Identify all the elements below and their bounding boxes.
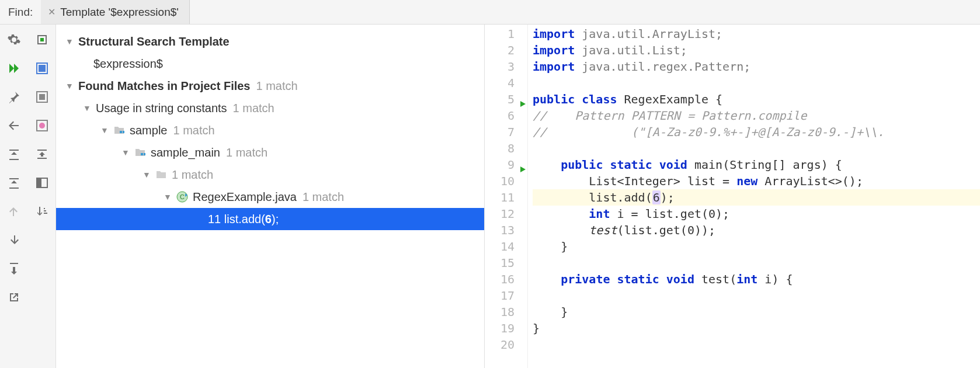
- line-number: 3: [485, 58, 527, 75]
- code-line[interactable]: [533, 75, 980, 91]
- line-number: 18: [485, 304, 527, 320]
- find-bar: Find: ✕ Template '$expression$': [0, 0, 980, 25]
- line-number: 13: [485, 222, 527, 238]
- code-line[interactable]: import java.util.ArrayList;: [533, 26, 980, 42]
- method-filter-icon[interactable]: [35, 119, 49, 134]
- code-line[interactable]: // ("[A-Za-z0-9.%+-]+@[A-Za-z0-9.-]+\\.: [533, 124, 980, 140]
- line-number: 16: [485, 271, 527, 287]
- gear-icon[interactable]: [7, 33, 21, 48]
- svg-rect-9: [37, 178, 41, 188]
- folder-icon: [155, 169, 167, 180]
- line-number: 4: [485, 75, 527, 91]
- code-line[interactable]: public class RegexExample {: [533, 91, 980, 107]
- class-file-icon: C: [176, 191, 188, 203]
- code-line[interactable]: }: [533, 320, 980, 336]
- code-line[interactable]: import java.util.regex.Pattern;: [533, 58, 980, 75]
- svg-point-7: [39, 123, 45, 129]
- find-tab[interactable]: ✕ Template '$expression$': [41, 0, 190, 24]
- tree-anon-folder[interactable]: ▼ 1 match: [56, 164, 484, 186]
- tree-package-sample[interactable]: ▼ sample 1 match: [56, 119, 484, 141]
- line-number: 6: [485, 107, 527, 124]
- editor-gutter: 1234567891011121314151617181920: [485, 25, 528, 368]
- open-new-icon[interactable]: [7, 290, 21, 306]
- code-line[interactable]: [533, 336, 980, 353]
- pkg-count: 1 match: [173, 124, 214, 137]
- pin-icon[interactable]: [7, 90, 21, 106]
- anon-count: 1 match: [172, 168, 213, 182]
- chevron-down-icon[interactable]: ▼: [162, 192, 173, 202]
- tree-root-label: Structural Search Template: [78, 35, 230, 48]
- toolbar-left-2: [28, 25, 56, 368]
- chevron-down-icon[interactable]: ▼: [64, 81, 75, 91]
- line-number: 15: [485, 255, 527, 271]
- code-line[interactable]: private static void test(int i) {: [533, 271, 980, 287]
- match-highlight: 6: [265, 213, 272, 226]
- match-prefix: list.add(: [221, 213, 265, 226]
- rerun-icon[interactable]: [7, 61, 21, 77]
- scope-icon[interactable]: [35, 61, 49, 77]
- code-line[interactable]: }: [533, 238, 980, 255]
- code-line[interactable]: // Pattern PATTERN = Pattern.compile: [533, 107, 980, 124]
- expand-all-icon[interactable]: [7, 147, 21, 163]
- line-number: 2: [485, 42, 527, 58]
- code-line[interactable]: List<Integer> list = new ArrayList<>();: [533, 173, 980, 189]
- svg-rect-10: [120, 131, 122, 133]
- class-filter-icon[interactable]: [35, 90, 49, 106]
- svg-rect-1: [40, 38, 44, 41]
- collapse-all-icon[interactable]: [7, 176, 21, 192]
- code-line[interactable]: import java.util.List;: [533, 42, 980, 58]
- match-suffix: );: [272, 213, 279, 226]
- svg-rect-5: [39, 94, 45, 100]
- chevron-down-icon[interactable]: ▼: [120, 148, 131, 157]
- svg-rect-3: [39, 65, 46, 72]
- preview-icon[interactable]: [35, 176, 49, 192]
- svg-rect-13: [144, 153, 145, 155]
- close-icon[interactable]: ✕: [48, 6, 55, 18]
- svg-rect-12: [141, 153, 143, 155]
- code-line[interactable]: }: [533, 304, 980, 320]
- chevron-down-icon[interactable]: ▼: [99, 126, 110, 135]
- import-filter-icon[interactable]: [35, 147, 49, 163]
- tree-file[interactable]: ▼ C RegexExample.java 1 match: [56, 186, 484, 208]
- sort-icon[interactable]: [35, 204, 49, 220]
- chevron-down-icon[interactable]: ▼: [64, 37, 75, 46]
- line-number: 10: [485, 173, 527, 189]
- code-line[interactable]: public static void main(String[] args) {: [533, 157, 980, 173]
- toolbar-left-1: [0, 25, 28, 368]
- prev-icon[interactable]: [7, 204, 21, 220]
- code-line[interactable]: int i = list.get(0);: [533, 206, 980, 222]
- file-label: RegexExample.java: [193, 190, 297, 204]
- line-number: 12: [485, 206, 527, 222]
- line-number: 5: [485, 91, 527, 107]
- tree-root[interactable]: ▼ Structural Search Template: [56, 30, 484, 53]
- pkg-main-count: 1 match: [226, 146, 267, 159]
- code-line[interactable]: [533, 287, 980, 304]
- back-icon[interactable]: [7, 119, 21, 134]
- svg-text:C: C: [180, 193, 185, 200]
- line-number: 19: [485, 320, 527, 336]
- editor-code[interactable]: import java.util.ArrayList;import java.u…: [528, 25, 980, 368]
- tree-expression[interactable]: $expression$: [56, 53, 484, 75]
- tree-expression-label: $expression$: [93, 57, 163, 71]
- tree-found-matches[interactable]: ▼ Found Matches in Project Files 1 match: [56, 75, 484, 97]
- package-icon: [134, 147, 146, 158]
- chevron-down-icon[interactable]: ▼: [141, 170, 152, 179]
- results-tree: ▼ Structural Search Template $expression…: [56, 25, 485, 368]
- export-icon[interactable]: [7, 262, 21, 277]
- tree-match-row[interactable]: 11 list.add( 6 );: [56, 208, 484, 230]
- code-line[interactable]: test(list.get(0));: [533, 222, 980, 238]
- tree-package-sample-main[interactable]: ▼ sample_main 1 match: [56, 141, 484, 164]
- chevron-down-icon[interactable]: ▼: [82, 103, 92, 113]
- line-number: 9: [485, 157, 527, 173]
- code-line[interactable]: [533, 140, 980, 157]
- find-label: Find:: [0, 6, 41, 19]
- target-icon[interactable]: [35, 33, 49, 48]
- match-line-no: 11: [208, 213, 221, 226]
- next-icon[interactable]: [7, 233, 21, 249]
- code-line[interactable]: list.add(6);: [533, 189, 980, 206]
- code-line[interactable]: [533, 255, 980, 271]
- line-number: 20: [485, 336, 527, 353]
- pkg-main-label: sample_main: [151, 146, 220, 159]
- svg-rect-11: [123, 131, 124, 133]
- tree-usage-category[interactable]: ▼ Usage in string constants 1 match: [56, 97, 484, 119]
